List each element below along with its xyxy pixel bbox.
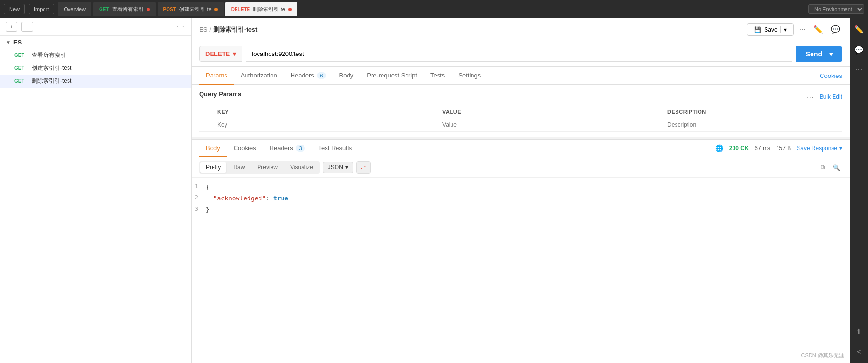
method-badge: GET bbox=[14, 53, 28, 58]
sidebar-header: + ≡ ··· bbox=[0, 18, 191, 36]
send-button[interactable]: Send ▾ bbox=[796, 46, 842, 62]
format-pretty[interactable]: Pretty bbox=[200, 162, 226, 173]
angle-right-icon[interactable]: < bbox=[854, 345, 864, 359]
more-options[interactable]: ··· bbox=[176, 22, 185, 31]
add-button[interactable]: + bbox=[6, 22, 17, 32]
main-layout: + ≡ ··· ▼ ES GET 查看所有索引 GET 创建索引引-test G… bbox=[0, 18, 868, 363]
cookies-link[interactable]: Cookies bbox=[820, 72, 842, 79]
filter-button[interactable]: ≡ bbox=[21, 22, 33, 32]
col-key: KEY bbox=[214, 106, 439, 118]
collection-item-es[interactable]: ▼ ES bbox=[0, 36, 191, 49]
response-tab-body[interactable]: Body bbox=[199, 140, 227, 157]
environment-select[interactable]: No Environment bbox=[808, 4, 864, 14]
line-number: 3 bbox=[192, 204, 206, 215]
api-name: 删除索引引-test bbox=[32, 77, 71, 85]
json-key: "acknowledged" bbox=[214, 195, 266, 202]
chevron-down-icon: ▼ bbox=[6, 40, 11, 45]
code-content: } bbox=[206, 204, 850, 215]
toolbar-right: ⧉ 🔍 bbox=[819, 162, 842, 173]
tab-tests[interactable]: Tests bbox=[424, 67, 451, 85]
url-bar: DELETE ▾ Send ▾ bbox=[192, 41, 850, 67]
save-response-button[interactable]: Save Response ▾ bbox=[797, 145, 842, 152]
method-select[interactable]: DELETE ▾ bbox=[199, 46, 242, 62]
desc-input[interactable] bbox=[667, 121, 838, 128]
wrap-icon: ⇌ bbox=[361, 164, 366, 171]
save-label: Save bbox=[764, 26, 777, 33]
params-table: KEY VALUE DESCRIPTION bbox=[199, 106, 842, 132]
table-row bbox=[199, 118, 842, 132]
code-content: { bbox=[206, 182, 850, 193]
response-tab-headers[interactable]: Headers 3 bbox=[263, 140, 312, 157]
tab-body[interactable]: Body bbox=[333, 67, 361, 85]
tab-authorization[interactable]: Authorization bbox=[234, 67, 284, 85]
response-tab-test-results[interactable]: Test Results bbox=[312, 140, 359, 157]
content-area: ES / 删除索引引-test 💾 Save ▾ ··· ✏️ 💬 DELETE… bbox=[192, 18, 850, 363]
edit-button[interactable]: ✏️ bbox=[812, 23, 825, 36]
bulk-edit-button[interactable]: Bulk Edit bbox=[820, 93, 842, 100]
desc-cell[interactable] bbox=[664, 118, 842, 132]
nav-tab-dot bbox=[147, 8, 150, 11]
key-cell[interactable] bbox=[214, 118, 439, 132]
tab-label: Headers bbox=[291, 72, 314, 79]
sidebar-item-create[interactable]: GET 创建索引引-test bbox=[0, 62, 191, 75]
breadcrumb-separator: / bbox=[209, 26, 211, 33]
edit-right-icon[interactable]: ✏️ bbox=[851, 22, 867, 37]
ellipsis-right-icon[interactable]: ⋮ bbox=[852, 63, 867, 78]
format-preview[interactable]: Preview bbox=[251, 162, 283, 173]
sidebar-item-delete[interactable]: GET 删除索引引-test bbox=[0, 75, 191, 88]
chat-right-icon[interactable]: 💬 bbox=[851, 43, 867, 57]
method-badge: GET bbox=[14, 78, 28, 84]
tab-label: Tests bbox=[430, 72, 445, 79]
format-visualize[interactable]: Visualize bbox=[284, 162, 319, 173]
more-options-button[interactable]: ··· bbox=[798, 23, 808, 36]
url-input[interactable] bbox=[246, 46, 792, 62]
tab-headers[interactable]: Headers 6 bbox=[284, 67, 333, 85]
tab-label: Settings bbox=[458, 72, 481, 79]
breadcrumb-request-name: 删除索引引-test bbox=[213, 25, 257, 34]
format-raw[interactable]: Raw bbox=[227, 162, 250, 173]
info-right-icon[interactable]: ℹ bbox=[855, 324, 863, 339]
wrap-lines-button[interactable]: ⇌ bbox=[356, 161, 371, 174]
nav-tab-post[interactable]: POST 创建索引引-te bbox=[158, 2, 224, 16]
new-button[interactable]: New bbox=[4, 4, 25, 14]
nav-tab-label: 创建索引引-te bbox=[179, 6, 212, 13]
nav-tab-method: POST bbox=[163, 7, 176, 12]
search-button[interactable]: 🔍 bbox=[831, 162, 842, 173]
response-tab-cookies[interactable]: Cookies bbox=[227, 140, 263, 157]
language-dropdown-arrow: ▾ bbox=[345, 164, 348, 171]
params-more-button[interactable]: ··· bbox=[806, 93, 815, 100]
nav-tabs: Overview GET 查看所有索引 POST 创建索引引-te DELETE… bbox=[58, 2, 804, 16]
send-dropdown-arrow[interactable]: ▾ bbox=[825, 50, 833, 58]
right-panel: ✏️ 💬 ⋮ ℹ < bbox=[850, 18, 868, 363]
method-dropdown-arrow: ▾ bbox=[233, 50, 236, 57]
nav-tab-es-get[interactable]: GET 查看所有索引 bbox=[93, 2, 156, 16]
save-dropdown-arrow[interactable]: ▾ bbox=[780, 26, 787, 33]
code-line-2: 2 "acknowledged": true bbox=[192, 193, 850, 204]
code-content: "acknowledged": true bbox=[206, 193, 850, 204]
save-button[interactable]: 💾 Save ▾ bbox=[747, 23, 793, 36]
tab-label: Body bbox=[206, 144, 220, 152]
sidebar-item-get-all[interactable]: GET 查看所有索引 bbox=[0, 49, 191, 62]
breadcrumb-collection: ES bbox=[199, 26, 207, 33]
response-body: 1 { 2 "acknowledged": true 3 } bbox=[192, 178, 850, 363]
request-header: ES / 删除索引引-test 💾 Save ▾ ··· ✏️ 💬 bbox=[192, 18, 850, 41]
nav-tab-overview[interactable]: Overview bbox=[58, 2, 91, 16]
value-input[interactable] bbox=[442, 121, 660, 128]
save-response-arrow: ▾ bbox=[839, 145, 842, 152]
copy-button[interactable]: ⧉ bbox=[819, 162, 827, 173]
language-select[interactable]: JSON ▾ bbox=[323, 162, 353, 173]
line-number: 2 bbox=[192, 193, 206, 204]
sidebar: + ≡ ··· ▼ ES GET 查看所有索引 GET 创建索引引-test G… bbox=[0, 18, 192, 363]
value-cell[interactable] bbox=[439, 118, 664, 132]
key-input[interactable] bbox=[217, 121, 435, 128]
save-response-label: Save Response bbox=[797, 145, 837, 152]
nav-tab-label: 删除索引引-te bbox=[253, 6, 285, 13]
tab-label: Authorization bbox=[241, 72, 277, 79]
params-title: Query Params bbox=[199, 90, 241, 98]
tab-settings[interactable]: Settings bbox=[451, 67, 487, 85]
import-button[interactable]: Import bbox=[29, 4, 54, 14]
nav-tab-delete[interactable]: DELETE 删除索引引-te bbox=[225, 2, 297, 16]
tab-params[interactable]: Params bbox=[199, 67, 234, 85]
chat-button[interactable]: 💬 bbox=[829, 23, 842, 36]
tab-pre-request[interactable]: Pre-request Script bbox=[360, 67, 424, 85]
